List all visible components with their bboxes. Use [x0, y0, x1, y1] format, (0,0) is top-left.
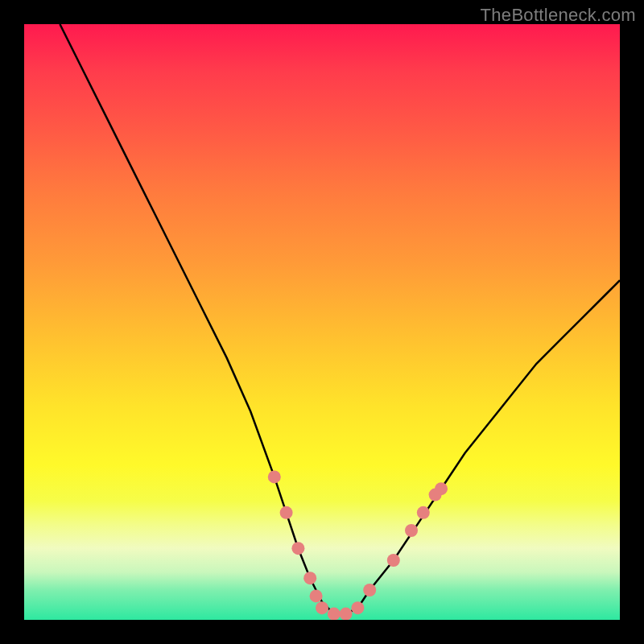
chart-frame: TheBottleneck.com	[0, 0, 644, 644]
marker-point	[328, 608, 341, 620]
marker-point	[417, 506, 430, 519]
marker-point	[340, 608, 353, 620]
marker-point	[310, 589, 323, 602]
watermark-text: TheBottleneck.com	[481, 5, 636, 26]
marker-point	[405, 524, 418, 537]
marker-point	[291, 542, 304, 555]
marker-point	[316, 601, 328, 614]
marker-point	[363, 584, 376, 597]
marker-point	[280, 506, 293, 519]
bottleneck-curve-svg	[24, 24, 620, 620]
plot-area	[24, 24, 620, 620]
marker-point	[351, 601, 364, 614]
marker-point	[435, 482, 448, 495]
curve-markers	[268, 470, 448, 620]
marker-point	[303, 572, 316, 584]
marker-point	[268, 470, 281, 483]
bottleneck-curve	[60, 24, 620, 614]
marker-point	[387, 554, 400, 567]
